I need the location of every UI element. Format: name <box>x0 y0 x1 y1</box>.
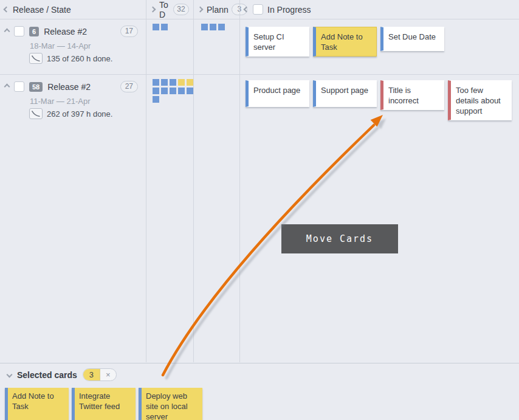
burndown-chart-icon[interactable] <box>29 53 43 64</box>
task-card[interactable]: Product page <box>246 80 309 107</box>
column-header-release-state[interactable]: Release / State <box>0 0 146 19</box>
release-id-badge: 58 <box>29 82 43 92</box>
selected-cards-title: Selected cards <box>17 370 77 380</box>
selected-cards-panel: Selected cards 3 × Add Note to Task Inte… <box>0 363 519 420</box>
mini-card-square[interactable] <box>218 24 225 30</box>
todo-mini-cards[interactable] <box>153 24 195 30</box>
chevron-left-icon[interactable] <box>4 7 10 13</box>
column-header-todo[interactable]: To D 32 <box>146 0 193 19</box>
mini-card-square[interactable] <box>170 79 176 86</box>
chevron-right-icon[interactable] <box>198 7 204 13</box>
mini-card-square[interactable] <box>153 79 159 86</box>
release-count-badge: 17 <box>120 26 138 37</box>
mini-card-square[interactable] <box>161 79 168 86</box>
column-label: Release / State <box>13 5 71 15</box>
task-card[interactable]: Setup CI server <box>246 27 309 57</box>
column-header-planned[interactable]: Plann 3 <box>193 0 239 19</box>
column-count-badge: 32 <box>173 4 189 15</box>
release-id-badge: 6 <box>29 27 39 36</box>
kanban-board: Release / State To D 32 Plann 3 In Progr… <box>0 0 519 420</box>
column-label: Plann <box>207 5 229 15</box>
mini-card-square[interactable] <box>178 79 185 86</box>
mini-card-square[interactable] <box>161 88 168 94</box>
board-header: Release / State To D 32 Plann 3 In Progr… <box>0 0 519 19</box>
in-progress-cell: Setup CI server Add Note to Task Set Due… <box>239 19 519 74</box>
todo-mini-cards[interactable] <box>153 79 195 103</box>
selected-count-pill: 3 × <box>83 368 117 381</box>
release-dates: 18-Mar — 14-Apr <box>30 41 146 50</box>
todo-cell <box>146 19 193 74</box>
swimlane-release-1: 6 Release #2 17 18-Mar — 14-Apr 135 of 2… <box>0 19 519 75</box>
selected-count: 3 <box>83 369 100 380</box>
release-title[interactable]: Release #2 <box>44 27 87 36</box>
caret-down-icon[interactable] <box>7 372 13 378</box>
swimlane-release-2: 58 Release #2 27 11-Mar — 21-Apr 262 of … <box>0 75 519 362</box>
planned-cell <box>193 75 239 362</box>
chevron-left-icon[interactable] <box>244 7 250 13</box>
mini-card-square[interactable] <box>153 88 159 94</box>
bug-card[interactable]: Too few details about support <box>448 80 512 120</box>
collapse-caret-icon[interactable] <box>4 84 10 90</box>
column-select-checkbox[interactable] <box>253 4 263 15</box>
mini-card-square[interactable] <box>178 88 185 94</box>
swimlane-info: 6 Release #2 17 18-Mar — 14-Apr 135 of 2… <box>0 19 146 74</box>
release-progress: 135 of 260 h done. <box>47 54 112 63</box>
task-card-selected[interactable]: Add Note to Task <box>313 27 377 57</box>
mini-card-square[interactable] <box>153 24 159 30</box>
in-progress-cell: Product page Support page Title is incor… <box>239 75 519 362</box>
bug-card[interactable]: Title is incorrect <box>380 80 444 110</box>
column-header-in-progress[interactable]: In Progress <box>239 0 519 19</box>
mini-card-square[interactable] <box>170 88 176 94</box>
selected-card[interactable]: Add Note to Task <box>5 388 69 420</box>
release-title[interactable]: Release #2 <box>47 82 91 92</box>
planned-mini-cards[interactable] <box>201 24 244 30</box>
mini-card-square[interactable] <box>161 24 168 30</box>
planned-cell <box>193 19 239 74</box>
release-dates: 11-Mar — 21-Apr <box>30 97 146 106</box>
swimlane-info: 58 Release #2 27 11-Mar — 21-Apr 262 of … <box>0 75 146 362</box>
mini-card-square[interactable] <box>201 24 208 30</box>
chevron-right-icon[interactable] <box>150 7 156 13</box>
swimlane-checkbox[interactable] <box>14 26 24 36</box>
collapse-caret-icon[interactable] <box>4 29 10 35</box>
burndown-chart-icon[interactable] <box>29 108 43 119</box>
column-label: To D <box>159 0 170 19</box>
move-cards-tooltip[interactable]: Move Cards <box>281 224 398 253</box>
swimlane-checkbox[interactable] <box>14 81 24 92</box>
task-card[interactable]: Support page <box>313 80 377 107</box>
mini-card-square[interactable] <box>187 79 193 86</box>
release-count-badge: 27 <box>120 81 138 92</box>
selected-card[interactable]: Deploy web site on local server <box>139 388 202 420</box>
todo-cell <box>146 75 193 362</box>
task-card[interactable]: Set Due Date <box>380 27 444 51</box>
mini-card-square[interactable] <box>153 96 159 103</box>
mini-card-square[interactable] <box>187 88 193 94</box>
close-icon[interactable]: × <box>100 369 116 380</box>
column-label: In Progress <box>267 5 311 15</box>
release-progress: 262 of 397 h done. <box>47 109 112 119</box>
selected-card[interactable]: Integrate Twitter feed <box>72 388 136 420</box>
mini-card-square[interactable] <box>210 24 216 30</box>
